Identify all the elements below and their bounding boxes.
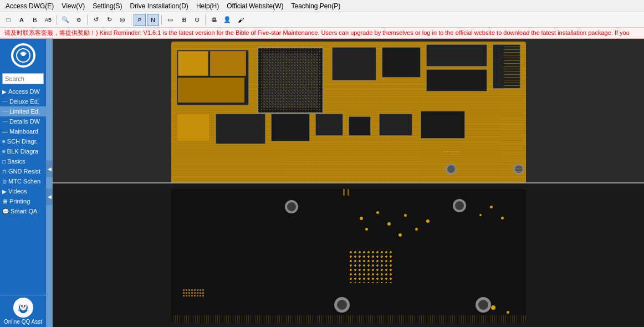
content-area (53, 39, 644, 327)
sidebar-item-access-dw[interactable]: ▶ Access DW (0, 86, 46, 96)
toolbar-zoom-in-btn[interactable]: 🔍 (59, 14, 71, 26)
chip-right-1 (332, 47, 376, 80)
gold-right-1 (490, 206, 493, 208)
sidebar-item-basics[interactable]: □ Basics (0, 156, 46, 166)
chip-bottom-1 (216, 114, 265, 144)
sidebar-item-videos[interactable]: ▶ Videos (0, 186, 46, 196)
gold-pad-5 (365, 228, 368, 231)
sidebar-item-sch-diag[interactable]: ≡ SCH Diagr. (0, 136, 46, 146)
sidebar-label-gnd: GND Resist (8, 168, 40, 175)
gold-pad-3 (387, 222, 391, 226)
toolbar-sep-4 (161, 15, 162, 25)
pcb-bottom-panel (53, 183, 644, 327)
toolbar-n-btn[interactable]: N (147, 14, 159, 26)
mount-hole-bl-4 (476, 297, 491, 313)
toolbar: □ A B AB 🔍 ⊖ ↺ ↻ ◎ P N ▭ ⊞ ⊙ 🖶 👤 🖌 (0, 12, 644, 28)
toolbar-sep-2 (87, 15, 88, 25)
toolbar-ab-btn[interactable]: AB (42, 14, 54, 26)
gold-right-2 (479, 214, 482, 216)
chip-bottom-6 (421, 111, 465, 139)
toolbar-sep-1 (57, 15, 57, 25)
menu-drive[interactable]: Drive Installation(D) (127, 1, 192, 11)
toolbar-reset-btn[interactable]: ◎ (116, 14, 129, 26)
grid-icon-1: ⋯ (2, 99, 8, 105)
toolbar-pointer-btn[interactable]: P (134, 14, 146, 26)
toolbar-a-btn[interactable]: A (16, 14, 28, 26)
toolbar-rotate-left-btn[interactable]: ↺ (90, 14, 102, 26)
grid-icon-2: ⋯ (2, 109, 8, 115)
grid-icon-3: ⋯ (2, 119, 8, 125)
dash-icon: — (2, 129, 8, 135)
notification-text: 请及时联系客套服，将提供奖励！) Kind Reminder: V1.6.1 i… (4, 29, 630, 37)
sidebar-item-blk-diag[interactable]: ≡ BLK Diagra (0, 146, 46, 156)
qq-label: Online QQ Asst (4, 319, 42, 325)
top-edge-markers2 (347, 189, 349, 196)
sidebar-item-mtc-schen[interactable]: ⊙ MTC Schen (0, 176, 46, 186)
toolbar-user-btn[interactable]: 👤 (221, 14, 233, 26)
sidebar-label-mtc: MTC Schen (8, 178, 40, 185)
sidebar-item-printing[interactable]: 🖶 Printing (0, 196, 46, 206)
sidebar-label-limited: Limited Ed. (9, 108, 40, 115)
sidebar-logo (0, 39, 46, 72)
sidebar-item-details-dw[interactable]: ⋯ Details DW (0, 116, 46, 126)
sidebar-item-limited-ed[interactable]: ⋯ Limited Ed. (0, 106, 46, 116)
mount-hole-bl-1 (285, 200, 298, 213)
comp-gold-1 (178, 51, 208, 76)
bga-dots-area (257, 47, 324, 114)
toggle-bottom-btn[interactable]: ◀ (46, 188, 53, 205)
chip-bottom-2 (271, 114, 310, 141)
square-icon: □ (2, 159, 6, 165)
toolbar-zoom-out-btn[interactable]: ⊖ (73, 14, 85, 26)
chip-right-2 (382, 47, 421, 78)
sidebar-item-gnd-resist[interactable]: ⊓ GND Resist (0, 166, 46, 176)
toolbar-b-btn[interactable]: B (29, 14, 41, 26)
pcb-top-panel (53, 39, 644, 183)
search-input[interactable] (2, 73, 44, 84)
sidebar-label-smart-qa: Smart QA (11, 208, 37, 214)
gold-dots-cluster (349, 250, 393, 283)
gold-right-4 (491, 305, 495, 310)
mount-hole-bl-3 (334, 297, 350, 313)
circle-icon: ⊙ (2, 178, 7, 185)
gold-pad-7 (415, 228, 418, 231)
gnd-icon: ⊓ (2, 168, 7, 175)
menu-help[interactable]: Help(H) (193, 1, 222, 11)
sidebar-item-mainboard[interactable]: — Mainboard (0, 126, 46, 136)
traces-right (504, 42, 526, 184)
video-icon: ▶ (2, 188, 7, 195)
menu-setting[interactable]: Setting(S) (89, 1, 125, 11)
small-dots-1 (443, 150, 459, 154)
chip-bottom-5 (379, 114, 412, 136)
mount-hole-bl-2 (453, 199, 466, 212)
mounting-hole-top-left (446, 164, 457, 175)
toolbar-print-btn[interactable]: 🖶 (208, 14, 220, 26)
logo-inner (13, 45, 33, 65)
bottom-traces (171, 315, 526, 322)
chip-right-3 (426, 44, 487, 67)
toolbar-rotate-right-btn[interactable]: ↻ (103, 14, 115, 26)
notification-bar: 请及时联系客套服，将提供奖励！) Kind Reminder: V1.6.1 i… (0, 28, 644, 39)
left-notch-dots (182, 289, 205, 298)
menu-access-dwg[interactable]: Access DWG(E) (2, 1, 57, 11)
toolbar-sep-5 (205, 15, 206, 25)
toolbar-new-btn[interactable]: □ (2, 14, 14, 26)
toggle-top-btn[interactable]: ◀ (46, 161, 53, 177)
gold-pad-4 (404, 214, 407, 217)
sidebar-item-deluxe-ed[interactable]: ⋯ Deluxe Ed. (0, 96, 46, 106)
qq-icon[interactable] (13, 298, 33, 318)
menu-website[interactable]: Official Website(W) (223, 1, 287, 11)
toolbar-rect-btn[interactable]: ▭ (164, 14, 176, 26)
gold-right-3 (501, 217, 504, 219)
toolbar-circle-btn[interactable]: ⊙ (191, 14, 203, 26)
chip-bottom-4 (349, 116, 371, 136)
toolbar-paint-btn[interactable]: 🖌 (234, 14, 247, 26)
arrow-right-icon: ▶ (2, 89, 7, 95)
menu-teaching[interactable]: Teaching Pen(P) (288, 1, 344, 11)
main-layout: ▶ Access DW ⋯ Deluxe Ed. ⋯ Limited Ed. ⋯… (0, 39, 644, 327)
sidebar-item-smart-qa[interactable]: 💬 Smart QA (0, 206, 46, 216)
toolbar-measure-btn[interactable]: ⊞ (177, 14, 190, 26)
comp-bottom-1 (177, 114, 210, 141)
menu-view[interactable]: View(V) (58, 1, 88, 11)
sidebar-label-videos: Videos (8, 188, 27, 195)
sidebar-label-sch: SCH Diagr. (7, 138, 38, 145)
